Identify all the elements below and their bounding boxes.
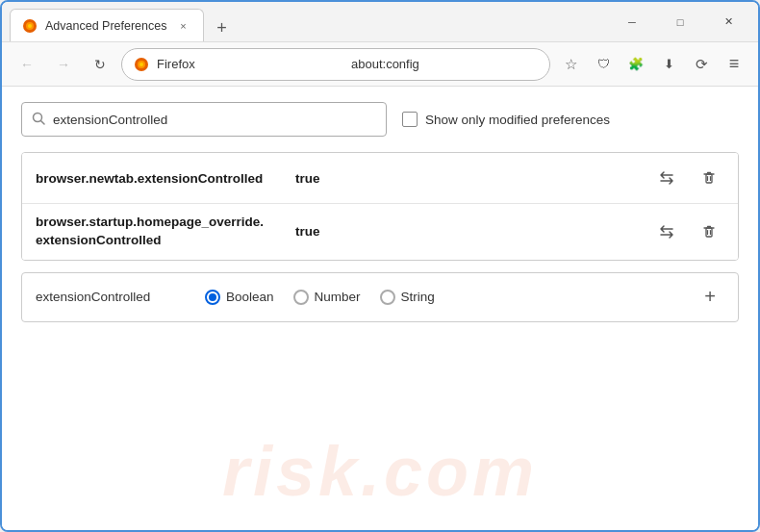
browser-window: Advanced Preferences × + ─ □ ✕ ← → ↻ Fir… (0, 0, 760, 532)
pref-value-2: true (295, 224, 320, 239)
svg-point-5 (139, 63, 143, 66)
back-button[interactable]: ← (12, 49, 42, 80)
show-modified-checkbox[interactable] (402, 112, 418, 127)
forward-button[interactable]: → (48, 49, 79, 80)
radio-boolean-label: Boolean (226, 290, 274, 304)
preference-search-box[interactable] (21, 102, 387, 137)
radio-circle-boolean (205, 290, 220, 305)
radio-circle-string (380, 290, 395, 305)
svg-point-2 (28, 24, 32, 28)
radio-boolean[interactable]: Boolean (205, 290, 274, 305)
arrows-icon-2 (658, 223, 675, 241)
firefox-logo-icon (134, 57, 149, 72)
show-modified-row: Show only modified preferences (402, 112, 610, 127)
minimize-button[interactable]: ─ (610, 7, 654, 38)
add-preference-button[interactable]: + (696, 283, 724, 312)
search-row: Show only modified preferences (21, 102, 739, 137)
add-preference-row: extensionControlled Boolean Number (21, 272, 739, 322)
close-button[interactable]: ✕ (706, 7, 750, 38)
browser-name-label: Firefox (157, 57, 343, 71)
show-modified-label: Show only modified preferences (425, 113, 610, 127)
svg-line-7 (41, 120, 45, 124)
tab-title: Advanced Preferences (45, 19, 166, 33)
tab-strip: Advanced Preferences × + (10, 2, 606, 41)
refresh-button[interactable]: ↻ (85, 49, 115, 80)
radio-number[interactable]: Number (293, 290, 361, 305)
maximize-button[interactable]: □ (658, 7, 702, 38)
history-button[interactable]: ⟳ (687, 50, 716, 79)
toggle-button-1[interactable] (651, 163, 682, 193)
delete-button-1[interactable] (694, 163, 724, 193)
menu-button[interactable]: ≡ (720, 50, 748, 79)
window-controls: ─ □ ✕ (610, 7, 750, 38)
new-tab-button[interactable]: + (208, 14, 235, 41)
search-input[interactable] (53, 113, 376, 127)
shield-button[interactable]: 🛡 (589, 50, 618, 79)
results-table: browser.newtab.extensionControlled true (21, 152, 739, 261)
radio-circle-number (293, 290, 309, 305)
tab-favicon-icon (22, 18, 38, 34)
table-row: browser.startup.homepage_override. exten… (22, 204, 738, 260)
table-row: browser.newtab.extensionControlled true (22, 153, 738, 204)
nav-bar: ← → ↻ Firefox about:config ☆ 🛡 🧩 ⬇ ⟳ ≡ (2, 42, 758, 87)
trash-icon-1 (701, 170, 717, 186)
delete-button-2[interactable] (694, 216, 724, 247)
arrows-icon-1 (658, 169, 675, 187)
extension-button[interactable]: 🧩 (621, 50, 650, 79)
search-icon (32, 112, 45, 128)
type-radio-group: Boolean Number String (205, 290, 435, 305)
active-tab[interactable]: Advanced Preferences × (10, 9, 204, 41)
trash-icon-2 (701, 224, 717, 240)
radio-string[interactable]: String (380, 290, 435, 305)
pref-name-2: browser.startup.homepage_override. exten… (36, 214, 276, 250)
title-bar: Advanced Preferences × + ─ □ ✕ (2, 2, 758, 42)
radio-dot-boolean (209, 293, 216, 301)
pref-name-2-line1: browser.startup.homepage_override. (36, 214, 276, 232)
address-bar[interactable]: Firefox about:config (121, 48, 550, 81)
pref-name-2-line2: extensionControlled (36, 232, 276, 250)
radio-number-label: Number (315, 290, 361, 304)
download-button[interactable]: ⬇ (654, 50, 683, 79)
bookmark-button[interactable]: ☆ (556, 50, 585, 79)
address-input: about:config (351, 57, 538, 71)
radio-string-label: String (401, 290, 435, 304)
pref-value-1: true (295, 171, 320, 186)
nav-icons-right: ☆ 🛡 🧩 ⬇ ⟳ ≡ (556, 50, 748, 79)
watermark: risk.com (222, 432, 538, 511)
tab-close-button[interactable]: × (174, 17, 191, 35)
new-pref-name: extensionControlled (36, 290, 190, 304)
page-content: Show only modified preferences browser.n… (2, 87, 758, 530)
toggle-button-2[interactable] (651, 216, 682, 247)
pref-name-1: browser.newtab.extensionControlled (36, 171, 276, 186)
